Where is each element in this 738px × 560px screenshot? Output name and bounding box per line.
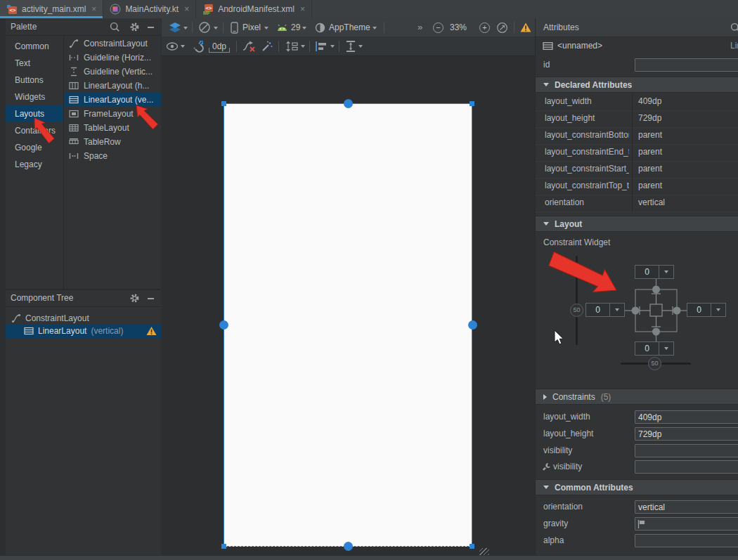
palette-category-google[interactable]: Google	[6, 139, 63, 156]
zoom-in-button[interactable]: +	[479, 22, 490, 33]
constraint-anchor-right[interactable]	[468, 320, 477, 330]
palette-item-tablerow[interactable]: TableRow	[64, 135, 161, 149]
gear-icon[interactable]	[129, 22, 140, 32]
margin-bottom-dropdown[interactable]: 0	[635, 341, 674, 356]
chevron-down-icon[interactable]	[181, 45, 185, 48]
attribute-value[interactable]: parent	[638, 130, 662, 140]
orientation-field[interactable]	[635, 500, 738, 514]
gravity-field[interactable]	[635, 517, 738, 530]
api-level-selector[interactable]: 29	[291, 22, 300, 32]
margin-right-dropdown[interactable]: 0	[687, 303, 726, 317]
palette-category-text[interactable]: Text	[6, 55, 63, 72]
palette-category-containers[interactable]: Containers	[6, 122, 63, 139]
tab-close-icon[interactable]: ×	[300, 4, 305, 14]
palette-category-layouts[interactable]: Layouts	[6, 105, 63, 122]
zoom-to-fit-icon[interactable]	[497, 22, 507, 33]
attribute-value[interactable]: 729dp	[638, 113, 661, 123]
view-options-eye-icon[interactable]	[166, 42, 179, 51]
declared-row[interactable]: layout_constraintEnd_toEndOf parent	[536, 144, 738, 162]
tab-close-icon[interactable]: ×	[184, 4, 189, 14]
distribute-icon[interactable]	[346, 40, 356, 53]
clear-constraints-icon[interactable]	[242, 41, 256, 52]
attribute-value[interactable]: vertical	[638, 197, 665, 207]
alpha-field[interactable]	[635, 534, 738, 547]
chevron-down-icon[interactable]	[302, 27, 306, 30]
layout-width-field[interactable]	[635, 410, 738, 424]
declared-row[interactable]: layout_height 729dp	[536, 110, 738, 128]
palette-item-guideline-vertical[interactable]: Guideline (Vertic...	[64, 65, 161, 79]
attribute-value[interactable]: parent	[638, 164, 662, 174]
declared-row[interactable]: layout_width 409dp	[536, 93, 738, 111]
flag-icon[interactable]	[637, 520, 645, 528]
design-surface-icon[interactable]	[168, 22, 183, 34]
widget-anchor-top[interactable]	[652, 286, 660, 294]
resize-handle-top-left[interactable]	[221, 101, 226, 106]
tree-item-constraintlayout[interactable]: ConstraintLayout	[11, 311, 89, 325]
chevron-down-icon[interactable]	[373, 27, 377, 30]
declared-row[interactable]: orientation vertical	[536, 195, 738, 212]
layout-section-header[interactable]: Layout	[536, 216, 738, 232]
autoconnect-magnet-icon[interactable]	[191, 40, 204, 53]
theme-selector[interactable]: AppTheme	[329, 22, 370, 32]
tab-close-icon[interactable]: ×	[91, 4, 96, 14]
toolbar-overflow-icon[interactable]: »	[417, 22, 422, 32]
tab-activity-main-xml[interactable]: <> activity_main.xml ×	[0, 0, 103, 18]
chevron-down-icon[interactable]	[264, 27, 268, 30]
declared-row[interactable]: layout_constraintBottom_toBottomOf paren…	[536, 127, 738, 145]
search-icon[interactable]	[110, 22, 120, 32]
palette-item-linearlayout-vertical[interactable]: LinearLayout (ve...	[64, 93, 161, 107]
chevron-down-icon[interactable]	[214, 27, 218, 30]
palette-category-common[interactable]: Common	[6, 38, 63, 55]
margin-left-dropdown[interactable]: 0	[585, 303, 625, 317]
chevron-down-icon[interactable]	[183, 27, 188, 30]
id-field[interactable]	[635, 58, 738, 72]
palette-item-framelayout[interactable]: FrameLayout	[64, 107, 161, 121]
zoom-out-button[interactable]: −	[433, 22, 444, 33]
selected-linearlayout-preview[interactable]	[224, 103, 472, 547]
orientation-icon[interactable]	[198, 21, 211, 34]
attribute-value[interactable]: 409dp	[638, 96, 661, 106]
declared-row[interactable]: layout_constraintTop_toTopOf parent	[536, 178, 738, 195]
attribute-value[interactable]: parent	[638, 181, 662, 190]
constraint-anchor-left[interactable]	[219, 320, 228, 330]
align-icon[interactable]	[315, 41, 328, 52]
hide-panel-icon[interactable]	[148, 298, 154, 299]
palette-item-linearlayout-horizontal[interactable]: LinearLayout (h...	[64, 79, 161, 93]
palette-category-legacy[interactable]: Legacy	[6, 156, 63, 173]
tab-mainactivity-kt[interactable]: MainActivity.kt ×	[103, 0, 196, 18]
tab-androidmanifest-xml[interactable]: <> MF AndroidManifest.xml ×	[196, 0, 312, 18]
palette-item-space[interactable]: Space	[64, 149, 161, 163]
tools-visibility-field[interactable]	[635, 460, 738, 474]
widget-anchor-right[interactable]	[673, 307, 681, 315]
resize-handle-top-right[interactable]	[470, 101, 474, 106]
infer-constraints-wand-icon[interactable]	[261, 41, 273, 53]
tree-item-linearlayout-vertical[interactable]: LinearLayout(vertical)	[24, 324, 123, 338]
constraint-anchor-top[interactable]	[344, 99, 353, 108]
palette-category-buttons[interactable]: Buttons	[6, 72, 63, 89]
layout-height-field[interactable]	[635, 427, 738, 441]
constraint-anchor-bottom[interactable]	[344, 542, 353, 551]
attribute-value[interactable]: parent	[638, 147, 662, 157]
default-margin-selector[interactable]: 0dp	[209, 41, 230, 53]
design-surface[interactable]	[162, 56, 535, 555]
visibility-field[interactable]	[635, 444, 738, 457]
margin-top-dropdown[interactable]: 0	[635, 265, 674, 279]
hide-panel-icon[interactable]	[148, 27, 154, 28]
palette-item-tablelayout[interactable]: TableLayout	[64, 121, 161, 135]
gear-icon[interactable]	[129, 293, 140, 304]
declared-attributes-section-header[interactable]: Declared Attributes	[536, 77, 738, 93]
common-attributes-section-header[interactable]: Common Attributes	[536, 479, 738, 495]
chevron-down-icon[interactable]	[358, 45, 363, 48]
palette-category-widgets[interactable]: Widgets	[6, 89, 63, 105]
palette-item-constraintlayout[interactable]: ConstraintLayout	[64, 37, 161, 51]
resize-handle-bottom-right[interactable]	[470, 544, 474, 549]
chevron-down-icon[interactable]	[330, 45, 335, 48]
warning-icon[interactable]	[520, 22, 531, 32]
palette-item-guideline-horizontal[interactable]: Guideline (Horiz...	[64, 51, 161, 65]
device-selector[interactable]: Pixel	[242, 22, 261, 32]
search-icon[interactable]	[730, 22, 738, 33]
widget-anchor-left[interactable]	[632, 307, 640, 315]
constraints-section-header[interactable]: Constraints (5)	[536, 389, 738, 405]
resize-handle-bottom-left[interactable]	[221, 544, 226, 549]
chevron-down-icon[interactable]	[301, 45, 305, 48]
